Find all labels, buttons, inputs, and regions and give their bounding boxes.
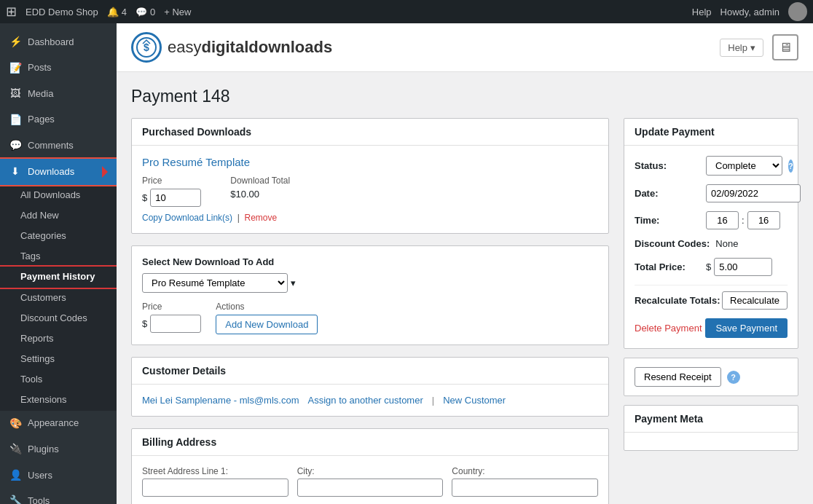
plugins-icon: 🔌 xyxy=(9,442,22,457)
submenu-payment-history[interactable]: Payment History xyxy=(0,267,117,287)
main-column: Purchased Downloads Pro Resumé Template … xyxy=(131,118,609,504)
payment-meta-header: Payment Meta xyxy=(624,406,798,433)
status-select[interactable]: Complete Pending Refunded Failed Abandon… xyxy=(706,156,782,176)
pages-icon: 📄 xyxy=(9,113,22,127)
download-total-value: $10.00 xyxy=(230,189,290,200)
edd-logo: $ easydigitaldownloads xyxy=(131,32,332,63)
customer-details-body: Mei Lei Samplename - mls@mls.com Assign … xyxy=(132,385,608,416)
page-title: Payment 148 xyxy=(131,87,798,106)
update-payment-header: Update Payment xyxy=(624,119,798,146)
time-minute-input[interactable] xyxy=(747,211,780,229)
remove-link[interactable]: Remove xyxy=(245,213,278,223)
sidebar-item-media[interactable]: 🖼 Media xyxy=(0,81,117,107)
street-input[interactable] xyxy=(142,479,288,497)
submenu-all-downloads[interactable]: All Downloads xyxy=(0,185,117,205)
submenu-tags[interactable]: Tags xyxy=(0,246,117,267)
customer-name-link[interactable]: Mei Lei Samplename - mls@mls.com xyxy=(142,395,299,406)
help-button[interactable]: Help ▾ xyxy=(720,39,763,57)
assign-customer-link[interactable]: Assign to another customer xyxy=(308,395,423,406)
sidebar-item-posts[interactable]: 📝 Posts xyxy=(0,55,117,82)
site-name[interactable]: EDD Demo Shop xyxy=(25,7,98,17)
action-row: Delete Payment Save Payment xyxy=(635,318,788,338)
posts-icon: 📝 xyxy=(9,61,22,76)
time-row: Time: : xyxy=(635,211,788,229)
sidebar-item-tools[interactable]: 🔧 Tools xyxy=(0,488,117,504)
sidebar-item-downloads[interactable]: ⬇ Downloads xyxy=(0,159,117,185)
add-download-button[interactable]: Add New Download xyxy=(216,315,318,334)
sidebar-item-plugins[interactable]: 🔌 Plugins xyxy=(0,436,117,462)
submenu-tools[interactable]: Tools xyxy=(0,369,117,390)
recalculate-label: Recalculate Totals: xyxy=(635,295,720,306)
recalculate-button[interactable]: Recalculate xyxy=(722,291,788,310)
update-payment-card: Update Payment Status: Complete Pending … xyxy=(624,118,798,349)
edd-logo-icon: $ xyxy=(131,32,162,63)
receipt-help-icon[interactable]: ? xyxy=(727,371,740,384)
submenu-extensions[interactable]: Extensions xyxy=(0,390,117,410)
submenu-add-new[interactable]: Add New xyxy=(0,205,117,226)
country-input[interactable] xyxy=(452,479,598,497)
receipt-card: Resend Receipt ? xyxy=(624,358,798,396)
street-label: Street Address Line 1: xyxy=(142,466,288,476)
monitor-icon[interactable]: 🖥 xyxy=(772,34,798,60)
save-payment-button[interactable]: Save Payment xyxy=(705,318,788,338)
sidebar-item-users[interactable]: 👤 Users xyxy=(0,462,117,489)
main-content: $ easydigitaldownloads Help ▾ 🖥 Payment … xyxy=(117,23,813,504)
country-label: Country: xyxy=(452,466,598,476)
payment-meta-body xyxy=(624,433,798,450)
purchased-downloads-header: Purchased Downloads xyxy=(132,119,608,146)
dollar-sign-2: $ xyxy=(142,318,147,329)
total-price-row: Total Price: $ xyxy=(635,258,788,276)
actions-label: Actions xyxy=(216,302,318,312)
time-label: Time: xyxy=(635,215,700,226)
billing-address-card: Billing Address Street Address Line 1: C… xyxy=(131,428,609,504)
customer-details-header: Customer Details xyxy=(132,358,608,385)
customer-details-card: Customer Details Mei Lei Samplename - ml… xyxy=(131,357,609,417)
svg-text:$: $ xyxy=(144,42,149,53)
submenu-customers[interactable]: Customers xyxy=(0,288,117,308)
submenu-discount-codes[interactable]: Discount Codes xyxy=(0,308,117,328)
appearance-icon: 🎨 xyxy=(9,417,22,431)
comments-icon: 💬 xyxy=(136,7,147,17)
download-select[interactable]: Pro Resumé Template xyxy=(142,273,288,293)
submenu-edd-settings[interactable]: Settings xyxy=(0,349,117,369)
edd-header: $ easydigitaldownloads Help ▾ 🖥 xyxy=(117,23,813,72)
new-menu[interactable]: + New xyxy=(164,7,191,17)
status-help-icon[interactable]: ? xyxy=(788,160,793,173)
submenu-reports[interactable]: Reports xyxy=(0,328,117,349)
dashboard-icon: ⚡ xyxy=(9,35,22,50)
sidebar-item-pages[interactable]: 📄 Pages xyxy=(0,107,117,133)
downloads-icon: ⬇ xyxy=(9,165,22,179)
updates-icon: 🔔 xyxy=(107,7,119,17)
date-label: Date: xyxy=(635,188,700,199)
submenu-categories[interactable]: Categories xyxy=(0,226,117,246)
avatar[interactable] xyxy=(788,2,807,21)
delete-payment-button[interactable]: Delete Payment xyxy=(635,323,702,334)
download-total-label: Download Total xyxy=(230,176,290,186)
price-input[interactable] xyxy=(150,189,201,207)
help-button[interactable]: Help xyxy=(692,7,712,17)
new-customer-link[interactable]: New Customer xyxy=(443,395,506,406)
price-label: Price xyxy=(142,176,201,186)
sidebar-item-comments[interactable]: 💬 Comments xyxy=(0,133,117,159)
comments-badge[interactable]: 💬 0 xyxy=(136,7,155,17)
dollar-sign: $ xyxy=(142,192,147,203)
downloads-arrow xyxy=(102,166,108,178)
updates-badge[interactable]: 🔔 4 xyxy=(107,7,127,17)
date-input[interactable] xyxy=(706,184,801,202)
media-icon: 🖼 xyxy=(9,87,22,101)
add-price-input[interactable] xyxy=(150,315,201,333)
city-input[interactable] xyxy=(297,479,444,497)
discount-row: Discount Codes: None xyxy=(635,238,788,249)
purchased-downloads-body: Pro Resumé Template Price $ Download To xyxy=(132,146,608,233)
sidebar-item-dashboard[interactable]: ⚡ Dashboard xyxy=(0,29,117,55)
select-arrow-icon: ▾ xyxy=(291,277,296,288)
copy-download-link[interactable]: Copy Download Link(s) xyxy=(142,213,232,223)
city-label: City: xyxy=(297,466,444,476)
sidebar-item-appearance[interactable]: 🎨 Appearance xyxy=(0,411,117,437)
time-hour-input[interactable] xyxy=(706,211,739,229)
product-name-link[interactable]: Pro Resumé Template xyxy=(142,156,598,168)
resend-receipt-button[interactable]: Resend Receipt xyxy=(635,367,721,387)
total-dollar-sign: $ xyxy=(706,261,711,272)
country-field: Country: xyxy=(452,466,598,497)
total-price-input[interactable] xyxy=(714,258,772,276)
